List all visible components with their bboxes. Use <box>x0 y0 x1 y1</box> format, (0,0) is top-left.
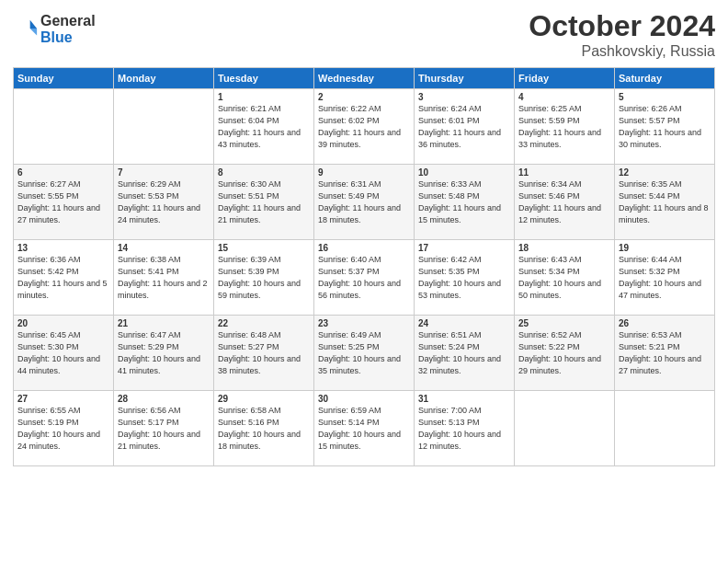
day-number: 23 <box>318 318 410 328</box>
calendar-table: Sunday Monday Tuesday Wednesday Thursday… <box>13 67 715 466</box>
cell-3-1: 13Sunrise: 6:36 AMSunset: 5:42 PMDayligh… <box>14 240 114 316</box>
day-number: 22 <box>218 318 310 328</box>
day-number: 4 <box>518 92 610 102</box>
logo: General Blue <box>13 13 96 46</box>
cell-2-5: 10Sunrise: 6:33 AMSunset: 5:48 PMDayligh… <box>415 165 515 240</box>
cell-2-3: 8Sunrise: 6:30 AMSunset: 5:51 PMDaylight… <box>214 165 314 240</box>
day-number: 16 <box>318 243 410 253</box>
cell-5-3: 29Sunrise: 6:58 AMSunset: 5:16 PMDayligh… <box>214 391 314 466</box>
day-info: Sunrise: 6:31 AMSunset: 5:49 PMDaylight:… <box>318 178 410 226</box>
cell-5-6 <box>515 391 615 466</box>
cell-4-3: 22Sunrise: 6:48 AMSunset: 5:27 PMDayligh… <box>214 316 314 391</box>
day-number: 10 <box>418 167 510 178</box>
day-number: 24 <box>418 318 510 328</box>
day-info: Sunrise: 6:59 AMSunset: 5:14 PMDaylight:… <box>318 405 410 453</box>
day-info: Sunrise: 6:29 AMSunset: 5:53 PMDaylight:… <box>118 178 210 226</box>
cell-5-7 <box>615 391 715 466</box>
col-saturday: Saturday <box>615 68 715 89</box>
day-info: Sunrise: 6:55 AMSunset: 5:19 PMDaylight:… <box>17 405 109 453</box>
cell-5-2: 28Sunrise: 6:56 AMSunset: 5:17 PMDayligh… <box>114 391 214 466</box>
cell-3-3: 15Sunrise: 6:39 AMSunset: 5:39 PMDayligh… <box>214 240 314 316</box>
day-info: Sunrise: 6:24 AMSunset: 6:01 PMDaylight:… <box>418 103 510 151</box>
day-info: Sunrise: 7:00 AMSunset: 5:13 PMDaylight:… <box>418 405 510 453</box>
day-number: 3 <box>418 92 510 102</box>
cell-2-7: 12Sunrise: 6:35 AMSunset: 5:44 PMDayligh… <box>615 165 715 240</box>
day-number: 20 <box>17 318 109 328</box>
cell-5-5: 31Sunrise: 7:00 AMSunset: 5:13 PMDayligh… <box>415 391 515 466</box>
day-number: 30 <box>318 394 410 404</box>
day-info: Sunrise: 6:39 AMSunset: 5:39 PMDaylight:… <box>218 254 310 302</box>
cell-3-5: 17Sunrise: 6:42 AMSunset: 5:35 PMDayligh… <box>415 240 515 316</box>
cell-5-1: 27Sunrise: 6:55 AMSunset: 5:19 PMDayligh… <box>14 391 114 466</box>
day-info: Sunrise: 6:47 AMSunset: 5:29 PMDaylight:… <box>118 329 210 377</box>
cell-1-6: 4Sunrise: 6:25 AMSunset: 5:59 PMDaylight… <box>515 89 615 165</box>
day-info: Sunrise: 6:52 AMSunset: 5:22 PMDaylight:… <box>518 329 610 377</box>
cell-1-5: 3Sunrise: 6:24 AMSunset: 6:01 PMDaylight… <box>415 89 515 165</box>
month-title: October 2024 <box>529 9 715 43</box>
day-info: Sunrise: 6:42 AMSunset: 5:35 PMDaylight:… <box>418 254 510 302</box>
col-thursday: Thursday <box>415 68 515 89</box>
day-info: Sunrise: 6:58 AMSunset: 5:16 PMDaylight:… <box>218 405 310 453</box>
day-info: Sunrise: 6:30 AMSunset: 5:51 PMDaylight:… <box>218 178 310 226</box>
day-number: 12 <box>619 167 711 178</box>
cell-4-6: 25Sunrise: 6:52 AMSunset: 5:22 PMDayligh… <box>515 316 615 391</box>
day-info: Sunrise: 6:27 AMSunset: 5:55 PMDaylight:… <box>17 178 109 226</box>
cell-1-2 <box>114 89 214 165</box>
day-info: Sunrise: 6:49 AMSunset: 5:25 PMDaylight:… <box>318 329 410 377</box>
location-title: Pashkovskiy, Russia <box>529 43 715 60</box>
day-info: Sunrise: 6:33 AMSunset: 5:48 PMDaylight:… <box>418 178 510 226</box>
col-friday: Friday <box>515 68 615 89</box>
week-row-5: 27Sunrise: 6:55 AMSunset: 5:19 PMDayligh… <box>14 391 715 466</box>
cell-2-4: 9Sunrise: 6:31 AMSunset: 5:49 PMDaylight… <box>314 165 415 240</box>
day-info: Sunrise: 6:38 AMSunset: 5:41 PMDaylight:… <box>118 254 210 302</box>
day-info: Sunrise: 6:22 AMSunset: 6:02 PMDaylight:… <box>318 103 410 151</box>
cell-2-1: 6Sunrise: 6:27 AMSunset: 5:55 PMDaylight… <box>14 165 114 240</box>
day-info: Sunrise: 6:51 AMSunset: 5:24 PMDaylight:… <box>418 329 510 377</box>
col-monday: Monday <box>114 68 214 89</box>
day-info: Sunrise: 6:44 AMSunset: 5:32 PMDaylight:… <box>619 254 711 302</box>
day-info: Sunrise: 6:26 AMSunset: 5:57 PMDaylight:… <box>619 103 711 151</box>
day-number: 26 <box>619 318 711 328</box>
day-number: 2 <box>318 92 410 102</box>
day-number: 31 <box>418 394 510 404</box>
day-number: 7 <box>118 167 210 178</box>
cell-4-5: 24Sunrise: 6:51 AMSunset: 5:24 PMDayligh… <box>415 316 515 391</box>
day-info: Sunrise: 6:34 AMSunset: 5:46 PMDaylight:… <box>518 178 610 226</box>
day-number: 9 <box>318 167 410 178</box>
day-number: 25 <box>518 318 610 328</box>
cell-4-7: 26Sunrise: 6:53 AMSunset: 5:21 PMDayligh… <box>615 316 715 391</box>
day-number: 6 <box>17 167 109 178</box>
col-tuesday: Tuesday <box>214 68 314 89</box>
day-info: Sunrise: 6:40 AMSunset: 5:37 PMDaylight:… <box>318 254 410 302</box>
day-number: 1 <box>218 92 310 102</box>
cell-4-2: 21Sunrise: 6:47 AMSunset: 5:29 PMDayligh… <box>114 316 214 391</box>
cell-5-4: 30Sunrise: 6:59 AMSunset: 5:14 PMDayligh… <box>314 391 415 466</box>
day-info: Sunrise: 6:25 AMSunset: 5:59 PMDaylight:… <box>518 103 610 151</box>
day-info: Sunrise: 6:45 AMSunset: 5:30 PMDaylight:… <box>17 329 109 377</box>
day-number: 17 <box>418 243 510 253</box>
day-number: 18 <box>518 243 610 253</box>
day-info: Sunrise: 6:43 AMSunset: 5:34 PMDaylight:… <box>518 254 610 302</box>
header: General Blue October 2024 Pashkovskiy, R… <box>13 9 715 60</box>
cell-1-4: 2Sunrise: 6:22 AMSunset: 6:02 PMDaylight… <box>314 89 415 165</box>
cell-1-3: 1Sunrise: 6:21 AMSunset: 6:04 PMDaylight… <box>214 89 314 165</box>
cell-2-2: 7Sunrise: 6:29 AMSunset: 5:53 PMDaylight… <box>114 165 214 240</box>
day-number: 11 <box>518 167 610 178</box>
title-block: October 2024 Pashkovskiy, Russia <box>529 9 715 60</box>
day-number: 28 <box>118 394 210 404</box>
cell-3-7: 19Sunrise: 6:44 AMSunset: 5:32 PMDayligh… <box>615 240 715 316</box>
day-info: Sunrise: 6:53 AMSunset: 5:21 PMDaylight:… <box>619 329 711 377</box>
day-info: Sunrise: 6:36 AMSunset: 5:42 PMDaylight:… <box>17 254 109 302</box>
day-number: 14 <box>118 243 210 253</box>
calendar-page: General Blue October 2024 Pashkovskiy, R… <box>0 0 728 563</box>
cell-3-2: 14Sunrise: 6:38 AMSunset: 5:41 PMDayligh… <box>114 240 214 316</box>
svg-marker-1 <box>30 29 37 35</box>
cell-4-1: 20Sunrise: 6:45 AMSunset: 5:30 PMDayligh… <box>14 316 114 391</box>
cell-3-6: 18Sunrise: 6:43 AMSunset: 5:34 PMDayligh… <box>515 240 615 316</box>
day-info: Sunrise: 6:21 AMSunset: 6:04 PMDaylight:… <box>218 103 310 151</box>
logo-text: General Blue <box>40 13 96 46</box>
day-number: 21 <box>118 318 210 328</box>
cell-4-4: 23Sunrise: 6:49 AMSunset: 5:25 PMDayligh… <box>314 316 415 391</box>
week-row-1: 1Sunrise: 6:21 AMSunset: 6:04 PMDaylight… <box>14 89 715 165</box>
day-number: 8 <box>218 167 310 178</box>
